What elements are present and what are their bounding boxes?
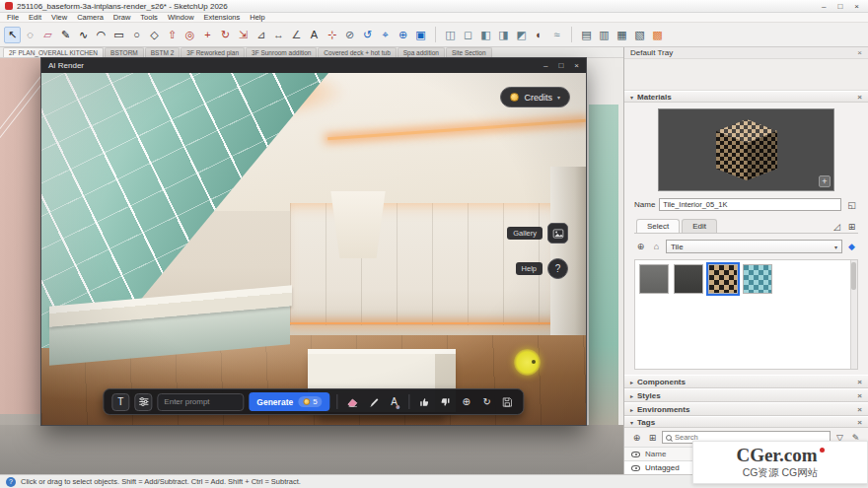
- credits-button[interactable]: Credits ▾: [500, 87, 570, 107]
- menu-item[interactable]: Draw: [113, 13, 131, 22]
- text-style-icon[interactable]: A: [387, 394, 402, 410]
- scale-tool-icon[interactable]: ⇲: [235, 27, 252, 43]
- scene-tab[interactable]: Spa addition: [398, 47, 445, 57]
- help-button[interactable]: ?: [547, 258, 568, 279]
- move-tool-icon[interactable]: +: [199, 27, 216, 43]
- paint-bucket-icon[interactable]: ◆: [845, 241, 858, 253]
- thumbs-up-icon[interactable]: [417, 394, 433, 410]
- redo-icon[interactable]: ↻: [479, 394, 495, 410]
- dimension-tool-icon[interactable]: ↔: [270, 27, 287, 43]
- section-close-icon[interactable]: ×: [857, 418, 862, 427]
- xray-style-icon[interactable]: ◫: [442, 27, 459, 43]
- material-list-scrollbar[interactable]: [850, 260, 857, 369]
- outliner-panel-icon[interactable]: ▥: [596, 27, 613, 43]
- dialog-title-bar[interactable]: AI Render – □ ×: [41, 58, 586, 73]
- material-thumbnail-teal-tile[interactable]: [743, 264, 772, 294]
- shaded-style-icon[interactable]: ◨: [495, 27, 512, 43]
- minimize-button[interactable]: –: [822, 2, 826, 11]
- tab-edit[interactable]: Edit: [682, 219, 717, 233]
- lasso-tool-icon[interactable]: ◌: [22, 27, 38, 43]
- material-thumbnail-darker-tile[interactable]: [674, 264, 703, 294]
- eraser-icon[interactable]: [345, 394, 361, 410]
- menu-item[interactable]: Edit: [29, 13, 41, 22]
- material-collection-dropdown[interactable]: Tile ▾: [666, 240, 842, 253]
- menu-item[interactable]: File: [7, 13, 19, 22]
- gallery-button[interactable]: [547, 223, 568, 244]
- tray-close-icon[interactable]: ×: [857, 48, 862, 57]
- section-close-icon[interactable]: ×: [857, 405, 862, 414]
- section-close-icon[interactable]: ×: [857, 391, 862, 400]
- textured-style-icon[interactable]: ◩: [513, 27, 530, 43]
- materials-section-header[interactable]: ▾ Materials ×: [624, 91, 868, 103]
- entity-info-panel-icon[interactable]: ▤: [578, 27, 595, 43]
- tray-section-header[interactable]: ▸ Components ×: [624, 375, 868, 388]
- menu-item[interactable]: Help: [250, 13, 264, 22]
- home-icon[interactable]: ⌂: [650, 241, 663, 253]
- tags-section-header[interactable]: ▾ Tags ×: [624, 416, 868, 428]
- freehand-tool-icon[interactable]: ∿: [75, 27, 92, 43]
- fog-toggle-icon[interactable]: ≈: [548, 27, 565, 43]
- scene-tab[interactable]: 2F PLAN_OVERALL KITCHEN: [3, 47, 104, 57]
- eraser-tool-icon[interactable]: ▱: [39, 27, 56, 43]
- scene-tab[interactable]: 3F Reworked plan: [181, 47, 245, 57]
- scene-tab[interactable]: BSTORM: [105, 47, 144, 57]
- circle-tool-icon[interactable]: ○: [128, 27, 145, 43]
- menu-item[interactable]: View: [51, 13, 67, 22]
- settings-sliders-icon[interactable]: [134, 393, 152, 411]
- maximize-button[interactable]: □: [837, 2, 842, 11]
- pushpull-tool-icon[interactable]: ⇧: [164, 27, 181, 43]
- prompt-input[interactable]: [157, 393, 244, 411]
- dialog-close-button[interactable]: ×: [574, 61, 579, 70]
- save-icon[interactable]: [500, 394, 516, 410]
- duplicate-material-icon[interactable]: ◱: [845, 198, 858, 211]
- material-name-input[interactable]: [659, 198, 841, 211]
- manage-trays-icon[interactable]: ▧: [631, 27, 648, 43]
- add-material-button[interactable]: +: [819, 175, 831, 187]
- polygon-tool-icon[interactable]: ◇: [146, 27, 163, 43]
- tray-section-header[interactable]: ▸ Environments ×: [624, 402, 868, 416]
- line-tool-icon[interactable]: ✎: [57, 27, 74, 43]
- help-circle-icon[interactable]: ?: [6, 477, 16, 487]
- scene-tab[interactable]: Site Section: [446, 47, 492, 57]
- section-close-icon[interactable]: ×: [857, 93, 862, 102]
- material-thumbnail-dark-tile[interactable]: [639, 264, 669, 294]
- close-button[interactable]: ×: [854, 2, 859, 11]
- material-thumbnail-checker-tile[interactable]: [708, 264, 738, 294]
- tray-section-header[interactable]: ▸ Styles ×: [624, 388, 868, 402]
- text-mode-button[interactable]: T: [111, 393, 129, 411]
- create-material-icon[interactable]: ⊕: [634, 241, 647, 253]
- menu-item[interactable]: Extensions: [204, 13, 241, 22]
- zoom-in-icon[interactable]: ⊕: [459, 394, 474, 410]
- brush-icon[interactable]: [366, 394, 382, 410]
- scene-tab[interactable]: BSTM 2: [145, 47, 180, 57]
- protractor-tool-icon[interactable]: ∠: [288, 27, 305, 43]
- model-canvas[interactable]: 2F PLAN_OVERALL KITCHENBSTORMBSTM 23F Re…: [0, 47, 623, 474]
- wireframe-style-icon[interactable]: ◻: [460, 27, 476, 43]
- rectangle-tool-icon[interactable]: ▭: [110, 27, 127, 43]
- menu-item[interactable]: Window: [168, 13, 194, 22]
- orbit-tool-icon[interactable]: ↺: [359, 27, 376, 43]
- ai-render-launch-icon[interactable]: ▩: [649, 27, 666, 43]
- tab-select[interactable]: Select: [636, 219, 680, 233]
- rotate-tool-icon[interactable]: ↻: [217, 27, 234, 43]
- shadows-toggle-icon[interactable]: ◐: [531, 27, 547, 43]
- dialog-maximize-button[interactable]: □: [558, 61, 563, 70]
- scene-tab[interactable]: Covered deck + hot tub: [318, 47, 396, 57]
- axes-tool-icon[interactable]: ⊹: [324, 27, 340, 43]
- zoom-tool-icon[interactable]: ⊕: [395, 27, 411, 43]
- menu-item[interactable]: Camera: [77, 13, 104, 22]
- add-tag-folder-icon[interactable]: ⊞: [646, 431, 659, 444]
- hidden-line-style-icon[interactable]: ◧: [477, 27, 494, 43]
- add-tag-icon[interactable]: ⊕: [630, 431, 643, 444]
- text-tool-icon[interactable]: A: [306, 27, 323, 43]
- secondary-pane-icon[interactable]: ⊞: [845, 220, 858, 233]
- select-tool-icon[interactable]: ↖: [4, 27, 21, 43]
- pan-tool-icon[interactable]: ⌖: [377, 27, 394, 43]
- scene-tab[interactable]: 3F Sunroom addition: [246, 47, 317, 57]
- tape-measure-icon[interactable]: ⊿: [253, 27, 269, 43]
- section-close-icon[interactable]: ×: [857, 378, 862, 386]
- sample-paint-icon[interactable]: ◿: [831, 220, 843, 233]
- zoom-extents-icon[interactable]: ▣: [412, 27, 429, 43]
- arc-tool-icon[interactable]: ◠: [93, 27, 109, 43]
- generate-button[interactable]: Generate 5: [249, 392, 329, 411]
